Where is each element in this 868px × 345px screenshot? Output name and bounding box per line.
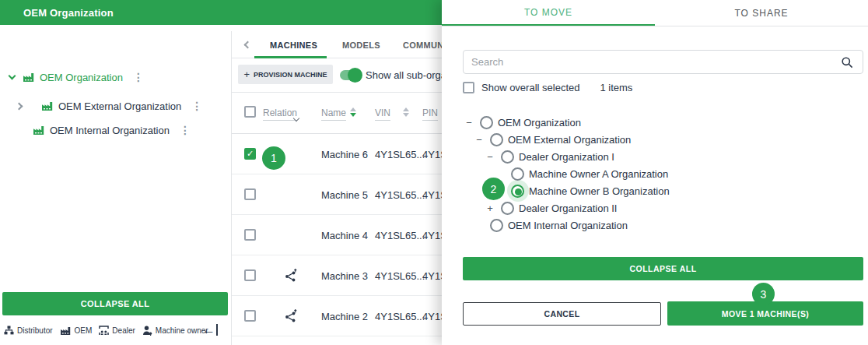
collapse-panel-icon[interactable]: ← [202,323,218,336]
show-all-suborg-label: Show all sub-organ [366,69,452,81]
tab-machines[interactable]: MACHINES [270,40,317,50]
provision-machine-button[interactable]: + PROVISION MACHINE [238,65,333,84]
tab-to-move[interactable]: TO MOVE [442,0,655,26]
plus-icon: + [243,69,250,80]
page-title: OEM Organization [23,7,114,19]
radio-button[interactable] [490,133,503,146]
tab-to-share[interactable]: TO SHARE [655,0,868,26]
sort-icon-name[interactable] [350,107,356,117]
step-badge-1: 1 [262,146,285,170]
tree-item-machine-owner-a[interactable]: Machine Owner A Organization [442,165,868,182]
column-header-pin[interactable]: PIN [422,107,438,121]
radio-button[interactable] [501,202,514,215]
row-checkbox[interactable] [244,229,256,241]
collapse-minus-icon[interactable]: − [463,117,475,128]
legend-machine-owner: Machine owner [142,326,208,336]
chevron-down-icon[interactable] [9,72,16,80]
tree-item-oem-external[interactable]: − OEM External Organization [442,131,868,148]
show-overall-row: Show overall selected 1 items [463,82,632,93]
radio-button[interactable] [501,150,514,164]
collapse-minus-icon[interactable]: − [484,151,496,163]
show-overall-checkbox[interactable] [463,82,474,93]
tree-item-dealer-i[interactable]: − Dealer Organization I [442,148,868,165]
collapse-all-button[interactable]: COLLAPSE ALL [2,292,228,315]
chevron-down-icon[interactable] [294,110,299,124]
shared-relation-icon [285,269,298,283]
factory-icon [23,72,35,83]
org-tree-item-oem-external[interactable]: OEM External Organization ⋮ [0,97,202,114]
search-field [463,50,863,74]
org-tree-panel: OEM Organization ⋮ OEM External Organiza… [0,31,231,345]
dialog-tabbar: TO MOVE TO SHARE [442,0,868,26]
show-overall-label: Show overall selected [481,82,579,93]
legend-distributor: Distributor [4,326,53,336]
factory-icon [41,101,54,111]
dialog-collapse-all-button[interactable]: COLLAPSE ALL [463,257,863,280]
search-icon[interactable] [841,56,853,69]
org-tree-label[interactable]: OEM Organization [40,72,123,83]
org-tree-label[interactable]: OEM Internal Organization [50,125,170,136]
legend-oem: OEM [60,326,93,336]
selected-items-count: 1 items [600,82,632,93]
factory-icon [60,326,72,336]
legend-dealer: Dealer [99,326,135,336]
row-checkbox[interactable] [244,188,256,200]
sort-icon-vin[interactable] [403,107,409,117]
radio-button[interactable] [511,167,524,181]
chevron-right-icon[interactable] [16,102,23,110]
tree-item-oem-organization[interactable]: − OEM Organization [442,114,868,131]
org-tree-label[interactable]: OEM External Organization [58,100,181,112]
destination-org-tree: − OEM Organization − OEM External Organi… [442,114,868,234]
legend: Distributor OEM Dealer Machine owner [4,326,208,336]
org-tree-item-oem[interactable]: OEM Organization ⋮ [0,69,144,86]
radio-button[interactable] [490,219,503,232]
screen: OEM Organization OEM Organization ⋮ OEM … [0,0,868,345]
column-header-vin[interactable]: VIN [375,107,390,121]
column-header-relation[interactable]: Relation [263,107,297,121]
show-all-suborg-toggle[interactable] [340,70,360,80]
active-tab-underline [254,56,327,58]
machine-owner-icon [142,326,152,336]
dealer-icon [99,326,109,336]
select-all-checkbox[interactable] [244,106,256,118]
expand-plus-icon[interactable]: + [484,202,496,214]
org-header-bar: OEM Organization [0,0,442,25]
step-badge-3: 3 [752,283,775,305]
factory-icon [33,125,45,136]
column-header-name[interactable]: Name [321,107,346,121]
distributor-icon [4,326,14,336]
tree-item-machine-owner-b[interactable]: Machine Owner B Organization [442,182,868,199]
step-badge-2: 2 [482,178,505,200]
kebab-menu-icon[interactable]: ⋮ [133,72,144,83]
radio-button[interactable] [480,116,493,129]
tab-models[interactable]: MODELS [342,40,380,50]
row-checkbox[interactable] [244,310,256,322]
kebab-menu-icon[interactable]: ⋮ [191,100,202,111]
org-tree-item-oem-internal[interactable]: OEM Internal Organization ⋮ [0,121,191,139]
row-checkbox[interactable] [244,269,256,281]
tree-item-oem-internal[interactable]: OEM Internal Organization [442,217,868,234]
collapse-minus-icon[interactable]: − [473,134,485,146]
row-checkbox[interactable]: ✓ [244,148,256,160]
search-input[interactable] [464,56,841,68]
shared-relation-icon [285,309,298,323]
tree-item-dealer-ii[interactable]: + Dealer Organization II [442,199,868,217]
kebab-menu-icon[interactable]: ⋮ [180,125,191,136]
cancel-button[interactable]: CANCEL [463,302,661,326]
move-machines-dialog: TO MOVE TO SHARE Show overall selected 1… [442,0,868,345]
radio-button-selected[interactable] [511,185,524,198]
